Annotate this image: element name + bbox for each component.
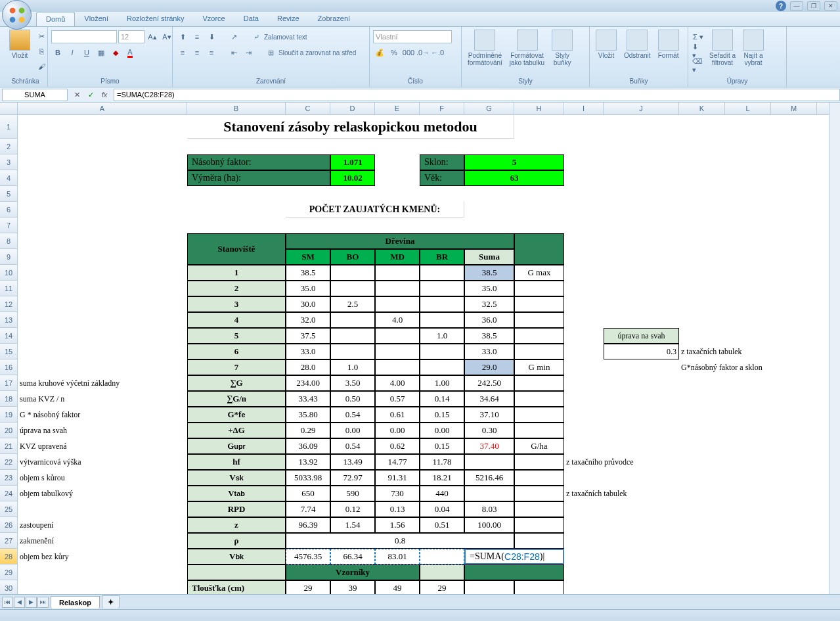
cell-G21[interactable]: 37.40 — [464, 438, 514, 454]
restore-button[interactable]: ❐ — [807, 1, 820, 11]
row-header-1[interactable]: 1 — [0, 115, 18, 139]
cell-E19[interactable]: 0.61 — [375, 407, 420, 423]
conditional-format-button[interactable]: Podmíněné formátování — [465, 28, 505, 68]
cell-B10[interactable]: 1 — [187, 265, 286, 281]
cell-H15[interactable] — [514, 344, 564, 359]
close-button[interactable]: ✕ — [824, 1, 837, 11]
col-header-E[interactable]: E — [375, 103, 420, 114]
cell-F10[interactable] — [420, 265, 464, 281]
row-header-7[interactable]: 7 — [0, 218, 18, 233]
cell-F20[interactable]: 0.00 — [420, 423, 464, 438]
cell-G18[interactable]: 34.64 — [464, 391, 514, 407]
percent-button[interactable]: % — [387, 46, 401, 59]
wrap-text-button[interactable]: ⤶ — [250, 30, 263, 43]
tab-formulas[interactable]: Vzorce — [193, 12, 234, 26]
cell-H24[interactable] — [514, 486, 564, 501]
cell-A26[interactable]: zastoupení — [18, 517, 187, 533]
cell-B11[interactable]: 2 — [187, 281, 286, 296]
row-header-26[interactable]: 26 — [0, 517, 18, 533]
fill-button[interactable]: ⬇ ▾ — [692, 45, 705, 58]
cell-A20[interactable]: úprava na svah — [18, 423, 187, 438]
row-header-4[interactable]: 4 — [0, 170, 18, 186]
vertical-scrollbar[interactable] — [829, 103, 840, 601]
cell-D15[interactable] — [330, 344, 375, 359]
cell-D25[interactable]: 0.12 — [330, 501, 375, 517]
cell-E13[interactable]: 4.0 — [375, 312, 420, 328]
cell-F25[interactable]: 0.04 — [420, 501, 464, 517]
cell-F16[interactable] — [420, 359, 464, 375]
cell-A22[interactable]: výtvarnicová výška — [18, 454, 187, 470]
cell-D21[interactable]: 0.54 — [330, 438, 375, 454]
number-format-combo[interactable] — [373, 30, 452, 43]
row-header-14[interactable]: 14 — [0, 328, 18, 344]
row-header-8[interactable]: 8 — [0, 233, 18, 249]
cell-H16[interactable]: G min — [514, 359, 564, 375]
cell-F22[interactable]: 11.78 — [420, 454, 464, 470]
format-painter-button[interactable]: 🖌 — [35, 60, 48, 73]
cell-D13[interactable] — [330, 312, 375, 328]
row-header-25[interactable]: 25 — [0, 501, 18, 517]
cell-B20[interactable]: +ΔG — [187, 423, 286, 438]
row-header-10[interactable]: 10 — [0, 265, 18, 281]
cell-G12[interactable]: 32.5 — [464, 296, 514, 312]
cell-B1[interactable]: Stanovení zásoby relaskopickou metodou — [187, 115, 514, 139]
cell-H23[interactable] — [514, 470, 564, 486]
cell-E17[interactable]: 4.00 — [375, 375, 420, 391]
format-cells-button[interactable]: Formát — [655, 28, 682, 60]
cell-D10[interactable] — [330, 265, 375, 281]
cut-button[interactable]: ✂ — [35, 30, 48, 43]
cell-E11[interactable] — [375, 281, 420, 296]
grow-font-button[interactable]: A▴ — [146, 30, 159, 43]
cell-E23[interactable]: 91.31 — [375, 470, 420, 486]
spreadsheet-grid[interactable]: ABCDEFGHIJKLM 12345678910111213141516171… — [0, 103, 840, 601]
cell-D22[interactable]: 13.49 — [330, 454, 375, 470]
cell-F17[interactable]: 1.00 — [420, 375, 464, 391]
tab-layout[interactable]: Rozložení stránky — [118, 12, 193, 26]
cell-D19[interactable]: 0.54 — [330, 407, 375, 423]
autosum-button[interactable]: Σ ▾ — [692, 30, 705, 43]
col-header-A[interactable]: A — [18, 103, 187, 114]
cell-B15[interactable]: 6 — [187, 344, 286, 359]
cell-H21[interactable]: G/ha — [514, 438, 564, 454]
cell-E10[interactable] — [375, 265, 420, 281]
cell-D12[interactable]: 2.5 — [330, 296, 375, 312]
align-center-button[interactable]: ≡ — [190, 46, 204, 59]
cell-E26[interactable]: 1.56 — [375, 517, 420, 533]
format-table-button[interactable]: Formátovat jako tabulku — [507, 28, 547, 68]
cell-F9[interactable]: BR — [420, 249, 464, 265]
col-header-J[interactable]: J — [604, 103, 679, 114]
cell-I24[interactable]: z taxačních tabulek — [564, 486, 771, 501]
cell-F24[interactable]: 440 — [420, 486, 464, 501]
col-header-B[interactable]: B — [187, 103, 286, 114]
col-header-L[interactable]: L — [725, 103, 771, 114]
cell-G11[interactable]: 35.0 — [464, 281, 514, 296]
cell-C23[interactable]: 5033.98 — [286, 470, 330, 486]
cell-G25[interactable]: 8.03 — [464, 501, 514, 517]
font-color-button[interactable]: A — [123, 46, 137, 59]
cell-A19[interactable]: G * násobný faktor — [18, 407, 187, 423]
tab-nav-first[interactable]: ⏮ — [2, 597, 13, 608]
cell-C24[interactable]: 650 — [286, 486, 330, 501]
cell-F21[interactable]: 0.15 — [420, 438, 464, 454]
cell-B29[interactable] — [187, 564, 286, 580]
cell-A24[interactable]: objem tabulkový — [18, 486, 187, 501]
inc-decimal-button[interactable]: .0→ — [416, 46, 430, 59]
cell-B4[interactable]: Výměra (ha): — [187, 170, 330, 186]
col-header-G[interactable]: G — [464, 103, 514, 114]
cell-B14[interactable]: 5 — [187, 328, 286, 344]
cell-D17[interactable]: 3.50 — [330, 375, 375, 391]
cell-G9[interactable]: Suma — [464, 249, 514, 265]
cell-H17[interactable] — [514, 375, 564, 391]
row-header-17[interactable]: 17 — [0, 375, 18, 391]
row-header-2[interactable]: 2 — [0, 139, 18, 154]
cell-B16[interactable]: 7 — [187, 359, 286, 375]
cell-G17[interactable]: 242.50 — [464, 375, 514, 391]
cell-C15[interactable]: 33.0 — [286, 344, 330, 359]
cell-B3[interactable]: Násobný faktor: — [187, 154, 330, 170]
cell-B23[interactable]: Vsk — [187, 470, 286, 486]
cell-F23[interactable]: 18.21 — [420, 470, 464, 486]
cell-C8[interactable]: Dřevina — [286, 233, 514, 249]
tab-insert[interactable]: Vložení — [75, 12, 118, 26]
cell-G13[interactable]: 36.0 — [464, 312, 514, 328]
clear-button[interactable]: ⌫ ▾ — [692, 59, 705, 72]
